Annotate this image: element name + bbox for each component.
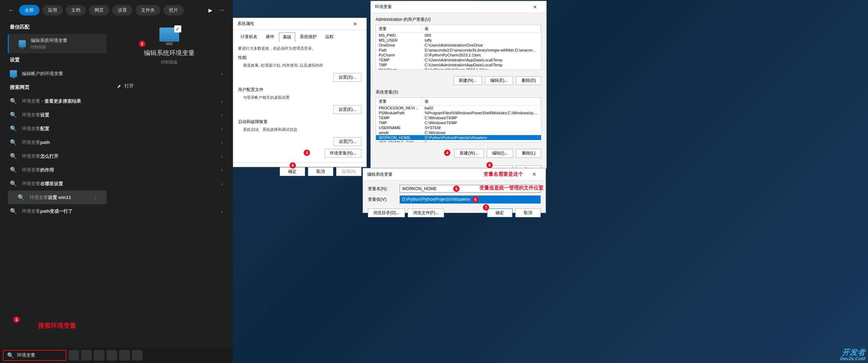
tab-folders[interactable]: 文件夹 [135, 5, 160, 16]
web-item-text: 环境变量怎么打开 [22, 153, 216, 159]
more-icon[interactable]: ⋯ [219, 7, 224, 13]
cancel-button[interactable]: 取消 [515, 208, 541, 217]
sys-edit-button[interactable]: 编辑(I)... [487, 149, 513, 158]
sys-vars-table[interactable]: 变量 值 PROCESSOR_REVISIONba02PSModulePath%… [376, 97, 541, 143]
web-search-item[interactable]: 🔍 环境变量path变成一行了 › [0, 204, 233, 218]
user-vars-table[interactable]: 变量 值 MS_PWD000MS_USERluffyOneDriveC:\Use… [376, 25, 541, 70]
web-search-item[interactable]: 🔍 环境变量的作用 › [0, 163, 233, 177]
taskbar-app-icon[interactable] [132, 350, 142, 361]
close-icon[interactable]: ✕ [528, 4, 542, 10]
table-row[interactable]: TMPC:\Users\Administration\AppData\Local… [376, 62, 541, 67]
best-match-item[interactable]: 编辑系统环境变量 控制面板 2 [8, 34, 107, 53]
tab-web[interactable]: 网页 [89, 5, 109, 16]
col-variable: 变量 [376, 98, 422, 105]
best-match-sub: 控制面板 [31, 44, 97, 50]
sys-vars-label: 系统变量(S) [376, 89, 541, 95]
table-row[interactable]: PathD:\anaconda3;D:\anaconda3\Library\mi… [376, 48, 541, 53]
taskbar-search-box[interactable]: 🔍 环境变量 [3, 350, 66, 361]
taskbar-app-icon[interactable] [107, 350, 117, 361]
env-vars-button[interactable]: 环境变量(N)... [324, 149, 362, 158]
var-value: C:\Users\Administration\AppData\Local\Te… [422, 62, 541, 67]
var-value: D:\JetBrains\WebStorm 2024.1.1\bin; [422, 67, 541, 70]
chevron-right-icon: › [221, 181, 223, 187]
play-icon[interactable]: ▶ [208, 7, 212, 13]
tab-system-protection[interactable]: 系统保护 [296, 32, 321, 42]
sysprops-tabs: 计算机名 硬件 高级 系统保护 远程 [233, 30, 366, 42]
profile-settings-button[interactable]: 设置(E)... [333, 105, 362, 114]
table-row[interactable]: TEMPC:\Users\Administration\AppData\Loca… [376, 58, 541, 62]
var-value-input[interactable] [400, 195, 541, 204]
table-row[interactable]: MS_USERluffy [376, 38, 541, 43]
taskbar: 🔍 环境变量 [0, 347, 233, 363]
var-value: %ProgramFiles%\WindowsPowerShell\Modules… [422, 110, 541, 115]
web-search-item[interactable]: 🔍 环境变量怎么打开 › [0, 149, 233, 163]
table-row[interactable]: windirC:\Windows [376, 130, 541, 135]
envvars-title: 环境变量 [375, 4, 392, 10]
browse-file-button[interactable]: 浏览文件(F)... [408, 208, 444, 217]
var-value: C:\Windows\TEMP [422, 120, 541, 125]
open-action[interactable]: ⬈ 打开 [109, 79, 229, 93]
search-tabs-row: ← 全部 应用 文档 网页 设置 文件夹 照片 ▶ ⋯ [0, 0, 233, 20]
perf-settings-button[interactable]: 设置(S)... [333, 73, 362, 82]
var-name: PSModulePath [376, 110, 422, 115]
tab-hardware[interactable]: 硬件 [262, 32, 278, 42]
admin-note: 要进行大多数更改，你必须作为管理员登录。 [238, 46, 366, 51]
web-search-item[interactable]: 🔍 环境变量在哪里设置 › [0, 177, 233, 190]
table-row[interactable]: OneDriveC:\Users\Administration\OneDrive [376, 43, 541, 48]
web-search-item[interactable]: 🔍 环境变量设置 win11 › [8, 190, 107, 204]
chevron-right-icon: › [221, 112, 223, 118]
web-search-item[interactable]: 🔍 环境变量配置 › [0, 122, 233, 135]
web-search-item[interactable]: 🔍 环境变量path › [0, 135, 233, 149]
profile-desc: 与登录帐户相关的桌面设置 [243, 95, 362, 100]
tab-all[interactable]: 全部 [19, 5, 40, 16]
user-delete-button[interactable]: 删除(D) [516, 76, 541, 85]
tab-advanced[interactable]: 高级 [279, 32, 295, 42]
apply-button[interactable]: 应用(A) [336, 167, 362, 176]
table-row[interactable]: WORKON_HOMED:\Python\PythonProjects\Virt… [376, 135, 541, 140]
var-name: WebStorm [376, 67, 422, 70]
table-row[interactable]: MS_PWD000 [376, 33, 541, 38]
user-new-button[interactable]: 新建(N)... [454, 76, 482, 85]
tab-settings[interactable]: 设置 [112, 5, 133, 16]
search-icon: 🔍 [10, 180, 17, 187]
var-value: 000 [422, 33, 541, 38]
close-icon[interactable]: ✕ [527, 171, 541, 177]
taskbar-app-icon[interactable] [94, 350, 104, 361]
ok-button[interactable]: 确定 [487, 208, 512, 217]
taskbar-app-icon[interactable] [68, 350, 79, 361]
search-icon: 🔍 [7, 352, 14, 359]
tab-photos[interactable]: 照片 [163, 5, 184, 16]
var-name: TMP [376, 120, 422, 125]
web-search-item[interactable]: 🔍 环境变量设置 › [0, 108, 233, 122]
table-row[interactable]: TMPC:\Windows\TEMP [376, 120, 541, 125]
watermark-main: 开发者 [840, 349, 865, 356]
table-row[interactable]: USERNAMESYSTEM [376, 125, 541, 130]
taskbar-app-icon[interactable] [81, 350, 92, 361]
var-name-label: 变量名(N): [368, 186, 396, 192]
tab-computer-name[interactable]: 计算机名 [237, 32, 261, 42]
back-icon[interactable]: ← [6, 5, 16, 15]
user-edit-button[interactable]: 编辑(E)... [485, 76, 513, 85]
sys-delete-button[interactable]: 删除(L) [516, 149, 541, 158]
table-row[interactable]: PyCharmD:\Python\PyCharm2023.2.1\bin; [376, 53, 541, 58]
var-value: C:\Users\Administration\AppData\Local\Te… [422, 58, 541, 62]
browse-dir-button[interactable]: 浏览目录(D)... [368, 208, 405, 217]
sys-new-button[interactable]: 新建(W)... [454, 149, 484, 158]
web-item-text: 环境变量配置 [22, 126, 216, 132]
var-value: D:\Python\PyCharm2023.2.1\bin; [422, 53, 541, 58]
close-icon[interactable]: ✕ [348, 21, 362, 27]
web-item-text: 环境变量设置 [22, 112, 216, 118]
cancel-button[interactable]: 取消 [308, 167, 333, 176]
tab-apps[interactable]: 应用 [42, 5, 63, 16]
var-name: Path [376, 48, 422, 53]
table-row[interactable]: TEMPC:\Windows\TEMP [376, 115, 541, 120]
table-row[interactable]: ZES_ENABLE_SYSMAN1 [376, 140, 541, 143]
tab-remote[interactable]: 远程 [321, 32, 338, 42]
table-row[interactable]: PSModulePath%ProgramFiles%\WindowsPowerS… [376, 110, 541, 115]
taskbar-app-icon[interactable] [119, 350, 130, 361]
tab-docs[interactable]: 文档 [66, 5, 86, 16]
table-row[interactable]: PROCESSOR_REVISIONba02 [376, 105, 541, 110]
web-search-item[interactable]: 🔍 环境变量 - 查看更多搜索结果 › [0, 94, 233, 108]
startup-settings-button[interactable]: 设置(T)... [334, 137, 362, 146]
table-row[interactable]: WebStormD:\JetBrains\WebStorm 2024.1.1\b… [376, 67, 541, 70]
